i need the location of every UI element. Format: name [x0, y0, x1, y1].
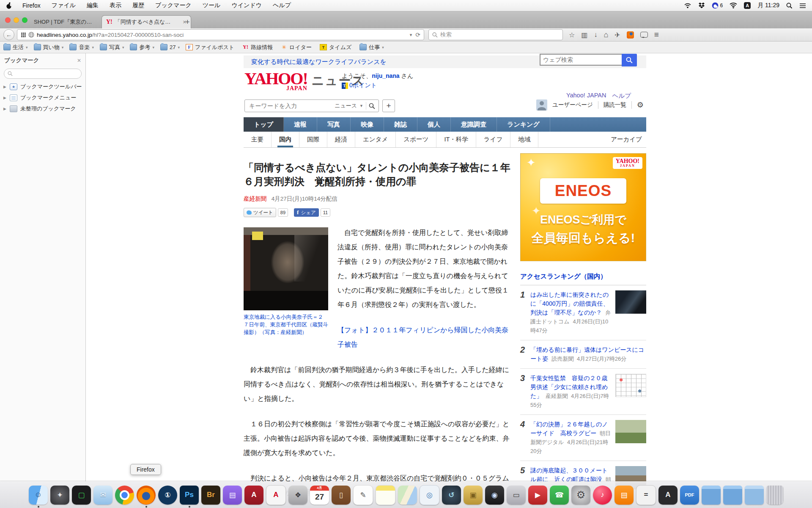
- add-tab-button[interactable]: +: [382, 99, 395, 112]
- firefox-account-icon[interactable]: [627, 31, 634, 39]
- nav-tab[interactable]: 速報: [284, 117, 317, 132]
- window-close-button[interactable]: [5, 17, 11, 23]
- dropbox-icon[interactable]: [698, 3, 705, 9]
- category-tab[interactable]: 主要: [244, 132, 272, 147]
- dictionary[interactable]: A: [658, 486, 678, 505]
- bridge[interactable]: Br: [201, 486, 220, 505]
- points-row[interactable]: T 0ポイント: [342, 82, 377, 89]
- back-button[interactable]: ←: [3, 29, 14, 40]
- photo-gallery-link[interactable]: 【フォト】２０１１年フィリピンから帰国した小向美奈子被告: [337, 326, 509, 348]
- hello-chat-icon[interactable]: [640, 32, 648, 38]
- web-search-button[interactable]: [622, 54, 637, 66]
- bookmark-item[interactable]: Y! 路線情報: [242, 44, 275, 51]
- reload-icon[interactable]: ⟳: [415, 31, 420, 38]
- news-search-input[interactable]: [248, 102, 332, 110]
- downloads-folder[interactable]: [723, 486, 742, 505]
- applications-folder[interactable]: [745, 486, 764, 505]
- bookmarks-panel-icon[interactable]: ▥: [581, 31, 587, 39]
- phone-app[interactable]: ☎: [550, 486, 569, 505]
- photo-caption[interactable]: 東京地裁に入る小向美奈子氏＝２７日午前、東京都千代田区（蔵賢斗撮影）（写真：産経…: [244, 313, 328, 336]
- chrome[interactable]: [115, 486, 134, 505]
- avatar[interactable]: [536, 99, 547, 110]
- sidebar-tree-item[interactable]: ▶ ★ ブックマークツールバー: [0, 81, 85, 92]
- sidebar-tree-item[interactable]: ▶ 未整理のブックマーク: [0, 103, 85, 114]
- archive-link[interactable]: アーカイブ: [611, 135, 642, 144]
- tab-shop-tdf[interactable]: SHOP | TDF『東京のジェンベ販... ✕: [30, 16, 109, 28]
- menu-window[interactable]: ウインドウ: [231, 2, 262, 9]
- window-zoom-button[interactable]: [22, 17, 27, 23]
- search-field[interactable]: 検索: [428, 29, 563, 40]
- nav-tab[interactable]: 個人: [417, 117, 451, 132]
- home-icon[interactable]: ⌂: [604, 30, 608, 39]
- category-tab[interactable]: ライフ: [476, 132, 511, 147]
- site-identity-globe-icon[interactable]: [28, 32, 34, 38]
- sidebar-close-icon[interactable]: ✕: [77, 58, 81, 64]
- category-tab[interactable]: 国際: [299, 132, 327, 147]
- preview[interactable]: ◎: [420, 485, 439, 505]
- news-search-box[interactable]: ニュース ▼: [244, 99, 379, 112]
- nav-tab[interactable]: トップ: [244, 117, 284, 132]
- utility-app[interactable]: ❖: [288, 486, 307, 505]
- menu-file[interactable]: ファイル: [52, 2, 76, 9]
- menu-bookmarks[interactable]: ブックマーク: [155, 2, 192, 9]
- tweet-button[interactable]: ツイート: [244, 208, 276, 217]
- sidebar-search[interactable]: [4, 69, 82, 79]
- spotlight-icon[interactable]: [786, 3, 793, 9]
- system-preferences[interactable]: ⚙: [571, 486, 590, 505]
- trash[interactable]: [766, 486, 783, 505]
- nav-tab[interactable]: ランキング: [497, 117, 550, 132]
- disclosure-triangle-icon[interactable]: ▶: [3, 96, 7, 100]
- time-machine[interactable]: ↺: [442, 486, 461, 505]
- facebook-share-button[interactable]: fシェア: [294, 208, 319, 217]
- news-search-button[interactable]: [369, 103, 375, 109]
- article-photo[interactable]: [244, 227, 328, 310]
- new-tab-button[interactable]: +: [185, 18, 190, 27]
- launchpad[interactable]: ✦: [50, 486, 69, 505]
- ranking-link[interactable]: はみ出した車に衝突されたのに「4000万円」の賠償責任、判決は「理不尽」なのか？: [530, 291, 609, 316]
- category-tab[interactable]: 地域: [510, 132, 538, 147]
- acrobat-reader[interactable]: A: [266, 485, 286, 505]
- notes[interactable]: [376, 485, 395, 505]
- category-tab[interactable]: IT・科学: [436, 132, 476, 147]
- safe-app[interactable]: ▣: [464, 486, 483, 505]
- menu-bar-clock[interactable]: 月 11:29: [757, 2, 779, 9]
- ranking-thumbnail[interactable]: [615, 290, 646, 314]
- firefox[interactable]: [137, 486, 156, 505]
- devices-app[interactable]: ▢: [72, 486, 91, 505]
- bookmark-item[interactable]: ✳ ロイター: [281, 44, 314, 51]
- calculator[interactable]: =: [636, 485, 656, 505]
- url-bar[interactable]: headlines.yahoo.co.jp/hl?a=20150427-0000…: [17, 29, 424, 40]
- menu-tools[interactable]: ツール: [203, 2, 221, 9]
- player-app[interactable]: ▶: [528, 486, 547, 505]
- downloads-icon[interactable]: ↓: [594, 31, 597, 39]
- bookmark-item[interactable]: F ファイルポスト: [186, 44, 236, 51]
- eneos-ad-banner[interactable]: ✦ ✦ YAHOO! JAPAN ENEOS ENEOSご利用で 全員毎回もらえ…: [520, 153, 646, 261]
- category-tab[interactable]: エンタメ: [355, 132, 396, 147]
- ranking-link[interactable]: 「幻の決勝」２６年越しのノーサイド 高校ラグビー: [530, 421, 608, 436]
- apple-menu-icon[interactable]: [6, 2, 12, 9]
- menu-edit[interactable]: 編集: [87, 2, 99, 9]
- search-scope-select[interactable]: ニュース: [335, 102, 357, 110]
- itunes[interactable]: ♪: [593, 486, 612, 505]
- subscriptions-link[interactable]: 購読一覧: [604, 101, 626, 109]
- bookmark-item[interactable]: 27 ▾: [160, 44, 180, 50]
- username-link[interactable]: niju_nana: [372, 72, 399, 79]
- web-search-input[interactable]: [540, 54, 622, 66]
- textedit[interactable]: ✎: [353, 485, 373, 505]
- menu-hamburger-icon[interactable]: ≡: [654, 30, 659, 39]
- input-source-icon[interactable]: A: [744, 2, 751, 9]
- ranking-thumbnail[interactable]: [615, 374, 646, 397]
- sidebar-search-input[interactable]: [15, 70, 76, 77]
- nav-tab[interactable]: 意識調査: [451, 117, 497, 132]
- nav-tab[interactable]: 雑誌: [384, 117, 417, 132]
- bookmark-item[interactable]: 生活 ▾: [3, 44, 28, 51]
- window-minimize-button[interactable]: [14, 17, 19, 23]
- calendar[interactable]: 4月 27: [310, 486, 329, 505]
- pdf-app[interactable]: PDF: [680, 486, 699, 505]
- menu-help[interactable]: ヘルプ: [273, 2, 291, 9]
- bookmark-item[interactable]: 音楽 ▾: [69, 44, 94, 51]
- disclosure-triangle-icon[interactable]: ▶: [3, 85, 7, 89]
- menu-history[interactable]: 履歴: [132, 2, 144, 9]
- points-link[interactable]: 0ポイント: [349, 82, 377, 89]
- books-app[interactable]: ▤: [614, 486, 634, 505]
